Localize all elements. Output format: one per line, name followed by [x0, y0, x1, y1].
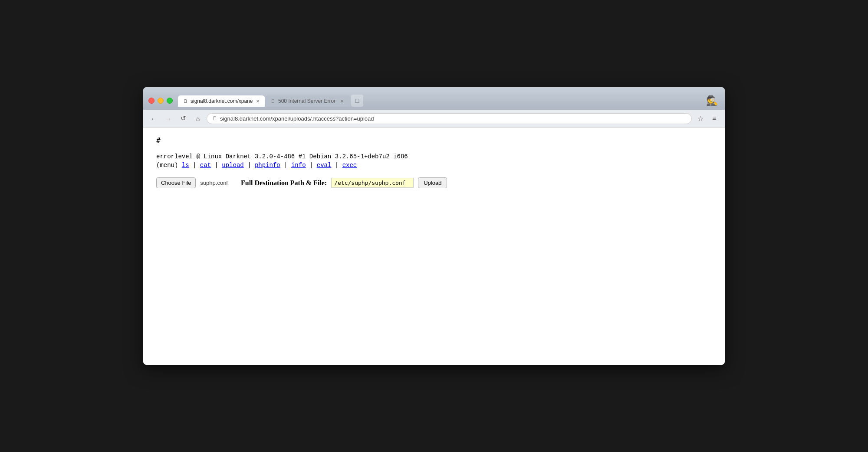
forward-button[interactable]: → [162, 112, 174, 124]
menu-sep-6: | [335, 162, 342, 169]
menu-sep-1: | [193, 162, 200, 169]
tab-active-label: signal8.darknet.com/xpane [191, 98, 253, 104]
menu-prefix: (menu) [156, 162, 178, 169]
menu-sep-4: | [284, 162, 291, 169]
tab-inactive-label: 500 Internal Server Error [278, 98, 335, 104]
minimize-button[interactable] [158, 98, 164, 104]
nav-actions: ☆ ≡ [694, 112, 720, 124]
choose-file-button[interactable]: Choose File [156, 177, 196, 188]
menu-link-exec[interactable]: exec [342, 162, 357, 169]
menu-link-ls[interactable]: ls [182, 162, 189, 169]
new-tab-button[interactable]: □ [351, 95, 363, 107]
bookmark-icon[interactable]: ☆ [694, 112, 707, 124]
menu-sep-3: | [247, 162, 255, 169]
file-name-display: suphp.conf [200, 180, 228, 186]
page-icon: 🗒 [212, 115, 217, 121]
menu-sep-5: | [309, 162, 317, 169]
traffic-lights [148, 98, 173, 104]
upload-form: Choose File suphp.conf Full Destination … [156, 177, 712, 188]
menu-link-phpinfo[interactable]: phpinfo [255, 162, 280, 169]
tab-close-button[interactable]: ✕ [256, 98, 260, 104]
tab-active[interactable]: 🗒 signal8.darknet.com/xpane ✕ [178, 95, 265, 107]
url-text: signal8.darknet.com/xpanel/uploads/.htac… [220, 115, 686, 122]
page-content: # errorlevel @ Linux Darknet 3.2.0-4-486… [143, 128, 725, 365]
menu-link-eval[interactable]: eval [317, 162, 332, 169]
close-button[interactable] [148, 98, 155, 104]
address-bar[interactable]: 🗒 signal8.darknet.com/xpanel/uploads/.ht… [207, 113, 692, 124]
menu-line: (menu) ls | cat | upload | phpinfo | inf… [156, 162, 712, 169]
menu-link-cat[interactable]: cat [200, 162, 211, 169]
home-button[interactable]: ⌂ [192, 112, 204, 124]
error-line: errorlevel @ Linux Darknet 3.2.0-4-486 #… [156, 153, 712, 160]
tab-page-icon-2: 🗒 [271, 98, 276, 104]
hash-heading: # [156, 136, 712, 144]
incognito-icon: 🕵 [704, 93, 720, 108]
browser-window: 🗒 signal8.darknet.com/xpane ✕ 🗒 500 Inte… [143, 87, 725, 365]
tab-bar: 🗒 signal8.darknet.com/xpane ✕ 🗒 500 Inte… [178, 95, 700, 107]
refresh-button[interactable]: ↺ [177, 112, 189, 124]
menu-icon[interactable]: ≡ [708, 112, 720, 124]
tab-page-icon: 🗒 [183, 98, 188, 104]
tab-inactive[interactable]: 🗒 500 Internal Server Error ✕ [266, 95, 350, 107]
destination-label: Full Destination Path & File: [241, 179, 327, 187]
menu-sep-2: | [214, 162, 222, 169]
menu-link-upload[interactable]: upload [222, 162, 243, 169]
maximize-button[interactable] [167, 98, 173, 104]
title-bar: 🗒 signal8.darknet.com/xpane ✕ 🗒 500 Inte… [143, 87, 725, 110]
tab-close-button-2[interactable]: ✕ [339, 98, 345, 104]
menu-link-info[interactable]: info [291, 162, 306, 169]
destination-input[interactable] [331, 178, 414, 188]
navigation-bar: ← → ↺ ⌂ 🗒 signal8.darknet.com/xpanel/upl… [143, 110, 725, 128]
upload-button[interactable]: Upload [418, 177, 447, 188]
back-button[interactable]: ← [148, 112, 160, 124]
